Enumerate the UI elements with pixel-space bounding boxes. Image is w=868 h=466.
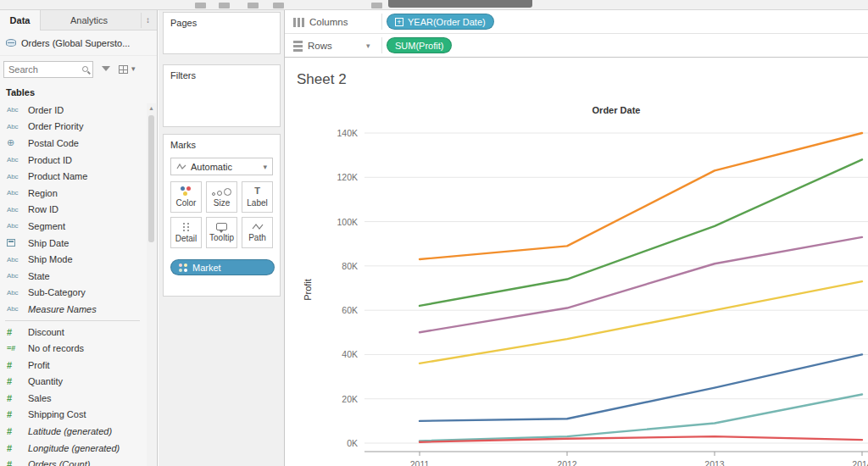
tab-data[interactable]: Data	[0, 10, 41, 31]
path-button-label: Path	[248, 233, 266, 242]
chart-title: Order Date	[364, 105, 868, 115]
field-row[interactable]: #Sales	[0, 390, 145, 407]
marks-card[interactable]: Marks Automatic ▾ Color Size T Label Det…	[163, 134, 281, 297]
field-label: Segment	[28, 221, 65, 231]
field-row[interactable]: #Longitude (generated)	[0, 440, 145, 457]
marks-card-label: Marks	[164, 135, 280, 155]
toolbar-button-icon[interactable]	[219, 3, 230, 8]
field-row[interactable]: AbcMeasure Names	[0, 301, 145, 318]
field-row[interactable]: AbcOrder Priority	[0, 119, 145, 136]
y-axis-label: Profit	[303, 279, 313, 301]
field-row[interactable]: AbcState	[0, 268, 145, 285]
pane-tabbar: Data Analytics ↕	[0, 10, 157, 31]
x-tick-label: 2012	[548, 459, 586, 466]
color-button[interactable]: Color	[170, 181, 202, 213]
color-icon	[181, 186, 192, 196]
label-button[interactable]: T Label	[242, 181, 273, 213]
field-label: Ship Mode	[28, 254, 73, 264]
data-pane: Data Analytics ↕ Orders (Global Supersto…	[0, 10, 158, 466]
line-series-green[interactable]	[420, 159, 862, 306]
view-options-caret-icon[interactable]: ▾	[131, 64, 136, 73]
marks-buttons: Color Size T Label Detail Tooltip Path	[170, 181, 273, 248]
fields-list: AbcOrder IDAbcOrder Priority⊕Postal Code…	[0, 102, 145, 466]
search-icon[interactable]	[82, 66, 88, 72]
line-series-orange[interactable]	[420, 133, 862, 259]
line-series-blue[interactable]	[420, 354, 862, 420]
field-row[interactable]: #Shipping Cost	[0, 407, 145, 424]
y-tick-label: 80K	[322, 261, 358, 271]
label-button-label: Label	[247, 198, 267, 208]
y-tick-label: 60K	[322, 305, 358, 315]
field-row[interactable]: =#No of records	[0, 340, 145, 357]
columns-shelf-label: Columns	[293, 10, 348, 34]
rows-icon	[293, 41, 303, 52]
field-row[interactable]: AbcRow ID	[0, 202, 145, 219]
sheet-title[interactable]: Sheet 2	[297, 71, 347, 88]
y-tick-label: 140K	[322, 128, 358, 138]
field-label: Product ID	[28, 155, 72, 165]
line-series-teal[interactable]	[420, 394, 862, 441]
line-series-purple[interactable]	[420, 237, 862, 332]
field-row[interactable]: AbcRegion	[0, 185, 145, 202]
y-tick-label: 120K	[322, 172, 358, 182]
toolbar-button-icon[interactable]	[273, 3, 284, 8]
pages-shelf[interactable]: Pages	[163, 12, 281, 54]
field-label: Sub-Category	[28, 287, 86, 297]
search-input[interactable]	[3, 61, 93, 78]
field-row[interactable]: #Latitude (generated)	[0, 423, 145, 440]
filters-shelf[interactable]: Filters	[163, 64, 281, 127]
toolbar-dropdown-fragment[interactable]	[388, 0, 532, 8]
field-row[interactable]: AbcShip Mode	[0, 251, 145, 268]
field-label: Postal Code	[28, 138, 79, 148]
scrollbar-thumb[interactable]	[148, 115, 154, 242]
rows-pill[interactable]: SUM(Profit)	[387, 37, 452, 53]
field-row[interactable]: Ship Date	[0, 235, 145, 252]
size-button[interactable]: Size	[206, 181, 237, 213]
y-tick-label: 20K	[322, 394, 358, 404]
abc-icon: Abc	[7, 289, 23, 297]
pages-shelf-label: Pages	[164, 13, 280, 33]
marks-market-pill[interactable]: Market	[170, 259, 275, 275]
detail-button[interactable]: Detail	[170, 217, 202, 248]
hash-icon: #	[7, 360, 23, 370]
hash-icon: #	[7, 409, 23, 419]
toolbar-button-icon[interactable]	[371, 3, 382, 8]
label-icon: T	[254, 186, 260, 196]
pane-stepper-icon[interactable]: ↕	[141, 13, 154, 28]
rows-shelf-caret-icon[interactable]: ▾	[366, 42, 370, 50]
field-row[interactable]: AbcSub-Category	[0, 285, 145, 302]
columns-shelf[interactable]: Columns + YEAR(Order Date)	[285, 10, 868, 34]
filter-funnel-icon[interactable]	[102, 66, 110, 71]
field-label: Shipping Cost	[28, 409, 86, 419]
columns-pill[interactable]: + YEAR(Order Date)	[387, 14, 494, 30]
field-row[interactable]: #Discount	[0, 324, 145, 341]
field-label: Order ID	[28, 105, 64, 115]
field-label: Sales	[28, 393, 52, 403]
field-row[interactable]: #Profit	[0, 357, 145, 374]
sheet-area: Sheet 2 Order Date Profit 0K20K40K60K80K…	[285, 58, 868, 466]
field-row[interactable]: #Orders (Count)	[0, 456, 145, 466]
field-row[interactable]: ⊕Postal Code	[0, 135, 145, 152]
view-grid-icon[interactable]	[119, 65, 128, 74]
datasource-item[interactable]: Orders (Global Supersto...	[0, 31, 157, 56]
field-row[interactable]: AbcOrder ID	[0, 102, 145, 119]
toolbar-button-icon[interactable]	[248, 3, 259, 8]
rows-shelf[interactable]: Rows ▾ SUM(Profit)	[285, 34, 868, 58]
tab-analytics[interactable]: Analytics	[41, 10, 137, 31]
hash-icon: #	[7, 393, 23, 403]
field-row[interactable]: AbcProduct Name	[0, 168, 145, 185]
fields-scrollbar[interactable]: ▴	[147, 103, 156, 466]
toolbar-button-icon[interactable]	[195, 3, 206, 8]
abc-icon: Abc	[7, 206, 23, 214]
abc-icon: Abc	[7, 189, 23, 197]
fields-toolbar: ▾	[0, 59, 157, 81]
field-row[interactable]: #Quantity	[0, 374, 145, 391]
size-icon	[212, 186, 231, 196]
expand-plus-icon[interactable]: +	[395, 18, 403, 26]
tooltip-button[interactable]: Tooltip	[206, 217, 237, 248]
path-button[interactable]: Path	[242, 217, 273, 248]
field-row[interactable]: AbcSegment	[0, 218, 145, 235]
mark-type-dropdown[interactable]: Automatic ▾	[170, 158, 273, 175]
scrollbar-up-icon[interactable]: ▴	[147, 103, 156, 114]
field-row[interactable]: AbcProduct ID	[0, 152, 145, 169]
